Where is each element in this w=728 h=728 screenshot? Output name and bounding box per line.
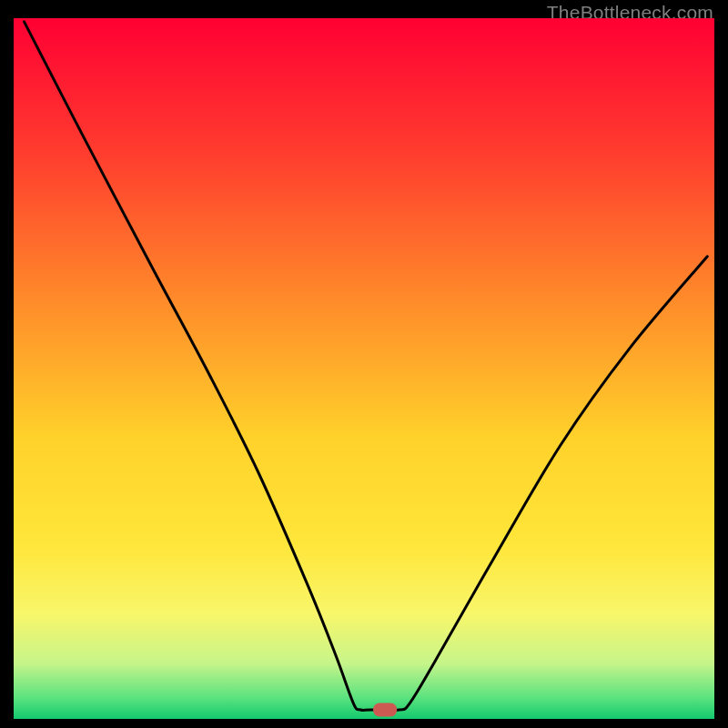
gradient-background — [14, 18, 714, 719]
optimal-marker — [373, 703, 397, 716]
bottleneck-chart — [14, 18, 714, 719]
chart-frame — [14, 18, 714, 719]
